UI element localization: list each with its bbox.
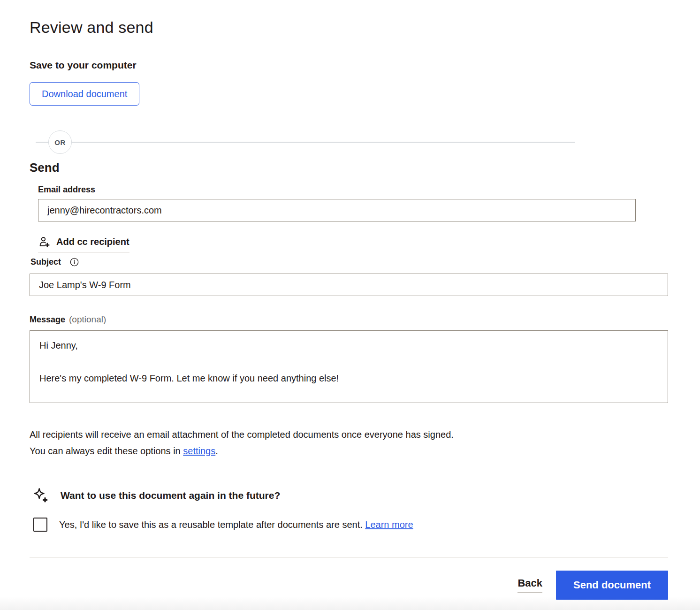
- or-badge: OR: [48, 130, 72, 154]
- back-button[interactable]: Back: [517, 577, 542, 593]
- save-template-row: Yes, I'd like to save this as a reusable…: [33, 518, 668, 532]
- settings-link[interactable]: settings: [183, 446, 215, 456]
- learn-more-link[interactable]: Learn more: [365, 519, 413, 530]
- review-and-send-page: Review and send Save to your computer Do…: [0, 0, 700, 600]
- add-cc-recipient-button[interactable]: Add cc recipient: [38, 236, 129, 252]
- subject-label: Subject: [30, 257, 61, 267]
- or-divider-line-left: [36, 142, 48, 143]
- recipients-notice-text: All recipients will receive an email att…: [30, 429, 454, 456]
- email-input[interactable]: [38, 199, 636, 221]
- download-document-button[interactable]: Download document: [30, 82, 139, 106]
- subject-label-row: Subject: [30, 257, 668, 267]
- template-heading-row: Want to use this document again in the f…: [32, 487, 668, 504]
- save-template-label-text: Yes, I'd like to save this as a reusable…: [59, 519, 365, 530]
- save-heading: Save to your computer: [30, 59, 668, 71]
- subject-input[interactable]: [30, 274, 668, 296]
- message-textarea[interactable]: Hi Jenny, Here's my completed W-9 Form. …: [30, 330, 668, 403]
- sparkle-plus-icon: [32, 487, 50, 504]
- footer-actions: Back Send document: [30, 571, 668, 600]
- message-optional-label: (optional): [69, 314, 106, 325]
- recipients-notice-period: .: [215, 446, 218, 456]
- recipients-notice: All recipients will receive an email att…: [30, 427, 468, 459]
- template-question-heading: Want to use this document again in the f…: [61, 490, 280, 501]
- message-label-row: Message (optional): [30, 314, 668, 325]
- info-icon[interactable]: [70, 258, 79, 267]
- send-section: Send Email address Add cc recipient Subj…: [30, 160, 668, 459]
- email-label: Email address: [38, 184, 668, 195]
- save-template-checkbox[interactable]: [33, 518, 47, 532]
- send-heading: Send: [30, 160, 668, 175]
- message-label: Message: [30, 314, 65, 325]
- send-document-button[interactable]: Send document: [556, 571, 668, 600]
- or-divider-line-right: [72, 142, 575, 143]
- or-divider: OR: [36, 130, 575, 154]
- email-field-group: Email address: [38, 184, 668, 221]
- add-cc-recipient-label: Add cc recipient: [56, 236, 129, 247]
- footer-divider: [30, 557, 668, 557]
- save-template-label: Yes, I'd like to save this as a reusable…: [59, 518, 413, 531]
- save-section: Save to your computer Download document: [30, 59, 668, 106]
- template-section: Want to use this document again in the f…: [30, 487, 668, 532]
- page-title: Review and send: [30, 18, 668, 37]
- person-plus-icon: [38, 236, 51, 248]
